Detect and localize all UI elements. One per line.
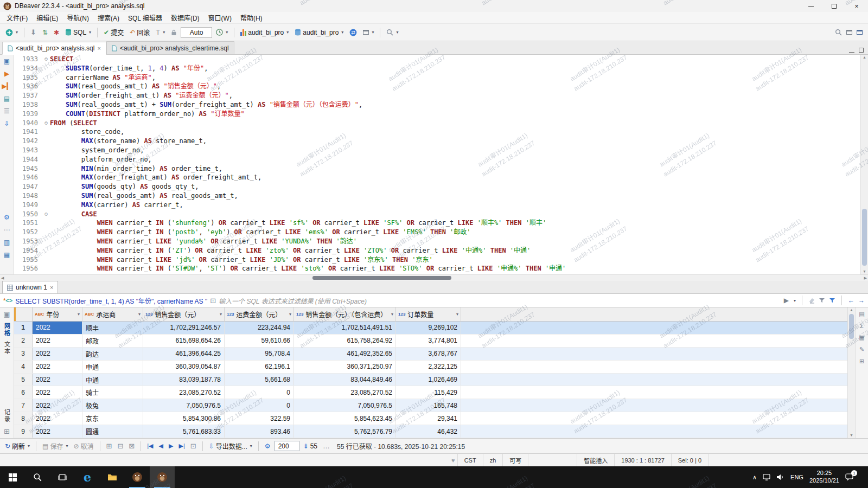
column-header-4[interactable]: 123运费金额（元）▾ (225, 307, 294, 321)
status-writable[interactable]: 可写 (502, 454, 528, 466)
table-cell[interactable]: 中通 (82, 374, 143, 386)
execute-sql-icon[interactable]: ▶ (3, 69, 11, 78)
calc-panel-icon[interactable]: Σ (860, 323, 864, 329)
output-doc-icon[interactable]: ▥ (3, 238, 11, 247)
auto-commit-select[interactable]: Auto (181, 27, 212, 38)
code-line[interactable]: 1942 MAX(store_name) AS store_name_t, (14, 137, 860, 146)
cancel-button[interactable]: ⊘取消 (72, 440, 95, 452)
panel-icon[interactable]: ▣ (3, 57, 11, 66)
sort-dropdown-icon[interactable]: ▾ (289, 312, 291, 317)
table-cell[interactable]: 46,432 (396, 425, 461, 438)
table-cell[interactable]: 3,774,801 (396, 335, 461, 347)
clear-filter-icon[interactable] (808, 297, 815, 304)
menu-sql-editor[interactable]: SQL 编辑器 (124, 12, 167, 23)
next-row-icon[interactable]: ▶ (167, 442, 175, 450)
code-line[interactable]: 1933⊖SELECT (14, 55, 860, 64)
export-icon[interactable]: ⇩ (3, 119, 11, 128)
column-header-1[interactable]: ABC年份▾ (33, 307, 82, 321)
tray-clock[interactable]: 20:252025/10/21 (809, 470, 839, 485)
code-text[interactable]: COUNT(DISTINCT platform_order_no) AS "订单… (50, 110, 860, 119)
table-row[interactable]: 62022骑士23,085,270.52023,085,270.52115,42… (14, 386, 847, 399)
code-line[interactable]: 1935 carrierName AS "承运商", (14, 73, 860, 82)
table-cell[interactable]: 圆通 (82, 425, 143, 438)
task-view-icon[interactable] (50, 466, 75, 488)
history-forward-icon[interactable]: → (858, 297, 865, 304)
menu-file[interactable]: 文件(F) (2, 12, 32, 23)
log-doc-icon[interactable]: ▦ (3, 251, 11, 259)
code-text[interactable]: WHEN carrier_t LIKE 'jd%' OR carrier_t L… (50, 255, 860, 265)
row-number[interactable]: 6 (14, 386, 33, 399)
code-text[interactable]: SUBSTR(order_time_t, 1, 4) AS "年份", (50, 64, 860, 73)
table-cell[interactable]: 360,309,054.87 (143, 361, 225, 373)
grid-corner-cell[interactable] (14, 307, 33, 321)
maximize-button[interactable] (822, 0, 845, 12)
table-cell[interactable]: 邮政 (82, 335, 143, 347)
more-options-icon[interactable]: … (321, 441, 331, 451)
table-row[interactable]: 42022申通360,309,054.8762,196.1360,371,250… (14, 361, 847, 374)
column-header-2[interactable]: ABC承运商▾ (82, 307, 143, 321)
results-tab-close-icon[interactable]: × (50, 284, 53, 291)
table-cell[interactable]: 322.59 (225, 412, 294, 425)
editor-vertical-scrollbar[interactable]: ▲ ▼ (860, 55, 868, 274)
table-cell[interactable]: 2022 (33, 386, 82, 399)
code-text[interactable]: CASE (50, 210, 860, 219)
tab-analysis-sql[interactable]: <audit_bi_pro> analysis.sql × (2, 42, 106, 55)
transaction-lock-icon[interactable] (169, 26, 179, 39)
minimize-editor-icon[interactable] (849, 47, 854, 54)
fetch-all-button[interactable]: ⇟55 (302, 441, 319, 451)
sort-dropdown-icon[interactable]: ▾ (220, 312, 222, 317)
table-cell[interactable]: 0 (225, 399, 294, 412)
status-timezone[interactable]: CST (457, 454, 483, 466)
minimize-button[interactable] (800, 0, 822, 12)
table-cell[interactable]: 2022 (33, 322, 82, 334)
code-line[interactable]: 1941 store_code, (14, 127, 860, 137)
maximize-panel-icon[interactable] (857, 29, 863, 36)
code-text[interactable]: WHEN carrier_t IN ('postb', 'eyb') OR ca… (50, 228, 860, 237)
save-filter-funnel-icon[interactable] (829, 297, 835, 304)
menu-navigate[interactable]: 导航(N) (62, 12, 93, 23)
new-connection-button[interactable]: ▾ (3, 26, 20, 39)
last-row-icon[interactable]: ▶| (177, 442, 187, 450)
tab-analysis-cleartime-sql[interactable]: <audit_bi_pro> analysis_cleartime.sql (106, 41, 234, 54)
minimize-panel-icon[interactable] (846, 29, 852, 36)
table-row[interactable]: 72022极兔7,050,976.507,050,976.5165,748 (14, 399, 847, 412)
filter-history-icon[interactable]: ▾ (794, 298, 796, 303)
tray-expand-icon[interactable]: ∧ (752, 474, 757, 481)
fold-marker-icon[interactable]: ⊖ (42, 119, 50, 128)
code-line[interactable]: 1943 system_order_no, (14, 146, 860, 155)
table-row[interactable]: 82022京东5,854,300.86322.595,854,623.4529,… (14, 412, 847, 425)
rollback-button[interactable]: ↶回滚 (127, 26, 152, 39)
table-cell[interactable]: 893.46 (225, 425, 294, 438)
table-cell[interactable]: 615,698,654.26 (143, 335, 225, 347)
connection-selector[interactable]: audit_bi_pro▾ (238, 26, 291, 39)
arrow-down-icon-button[interactable]: ⬇ (28, 26, 39, 39)
status-insert-mode[interactable]: 智能插入 (577, 454, 614, 466)
expand-filter-icon[interactable]: ⊡ (210, 297, 216, 305)
results-tab-unknown1[interactable]: unknown 1 × (2, 281, 58, 293)
code-line[interactable]: 1946 MAX(order_freight_amt) AS order_fre… (14, 173, 860, 182)
settings-gear-icon[interactable]: ⚙ (3, 213, 11, 222)
table-cell[interactable]: 115,429 (396, 386, 461, 399)
pin-panel-icon[interactable]: ▣ (3, 310, 10, 318)
refresh-button[interactable]: ↻刷新▾ (3, 440, 31, 452)
network-sync-icon[interactable]: ⇄ (347, 26, 359, 39)
table-cell[interactable]: 5,661.68 (225, 374, 294, 386)
table-cell[interactable]: 461,396,644.25 (143, 348, 225, 360)
view-tab-record[interactable]: 记录 (3, 409, 11, 423)
table-cell[interactable]: 5,854,300.86 (143, 412, 225, 425)
table-cell[interactable]: 京东 (82, 412, 143, 425)
sql-editor-button[interactable]: SQL▾ (63, 26, 93, 39)
code-line[interactable]: 1940⊖FROM (SELECT (14, 119, 860, 128)
status-caret-position[interactable]: 1930 : 1 : 81727 (614, 454, 671, 466)
delete-row-icon[interactable]: ⊠ (127, 441, 136, 451)
code-line[interactable]: 1956 WHEN carrier_t IN ('ST#DW', 'ST') O… (14, 264, 860, 273)
results-grid[interactable]: ABC年份▾ABC承运商▾123销售金额（元）▾123运费金额（元）▾123销售… (14, 307, 847, 438)
row-number[interactable]: 3 (14, 348, 33, 360)
scrollbar-thumb[interactable] (312, 276, 451, 280)
save-button[interactable]: ▤保存▾ (41, 440, 69, 452)
table-row[interactable]: 92022圆通5,761,683.33893.465,762,576.7946,… (14, 425, 847, 438)
export-data-button[interactable]: ⇩导出数据...▾ (207, 440, 254, 452)
table-cell[interactable]: 3,678,767 (396, 348, 461, 360)
table-cell[interactable]: 95,708.4 (225, 348, 294, 360)
code-line[interactable]: 1939 COUNT(DISTINCT platform_order_no) A… (14, 110, 860, 119)
